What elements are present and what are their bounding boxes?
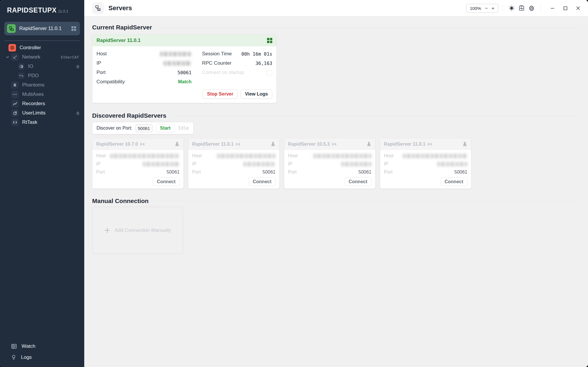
connect-on-startup-checkbox[interactable]: [267, 70, 272, 75]
sidebar-item-rttask[interactable]: RtTask: [0, 118, 84, 127]
os-penguin-icon: [462, 142, 467, 147]
sidebar-item-rapidserver[interactable]: RapidServer 11.0.1: [4, 22, 80, 35]
start-discovery-button[interactable]: Start: [156, 124, 175, 133]
port-label: Port: [96, 170, 105, 175]
lightbulb-icon: [11, 354, 16, 360]
port-row: Port 50061: [288, 168, 371, 176]
discovered-server-card: RapidServer 10.7.0 Host: [92, 138, 184, 189]
section-rule: [171, 116, 580, 116]
host-label: Host: [384, 153, 394, 158]
sidebar-item-label: UserLimits: [22, 110, 45, 116]
chart-line-icon: [11, 100, 19, 107]
ip-value-redacted: [243, 162, 275, 166]
rpc-counter-value: 36,163: [255, 61, 272, 66]
toolbar-divider: [502, 5, 503, 11]
section-title: Current RapidServer: [92, 24, 152, 31]
broadcast-icon: [140, 142, 145, 146]
host-row: Host: [96, 152, 180, 160]
zoom-in-button[interactable]: +: [492, 6, 494, 11]
sidebar-item-label: Network: [22, 54, 40, 60]
current-server-card-header: RapidServer 11.0.1: [92, 35, 276, 46]
ip-label: IP: [384, 161, 388, 167]
discover-port-input[interactable]: [136, 124, 152, 132]
section-rule: [154, 201, 580, 201]
add-connection-button[interactable]: Add Connection Manually: [92, 207, 183, 254]
close-button[interactable]: [573, 3, 583, 13]
app-logo: RAPIDSETUPX 11.0.1: [0, 0, 84, 17]
stop-server-button[interactable]: Stop Server: [203, 89, 238, 99]
connect-on-startup-label: Connect on startup: [202, 70, 244, 75]
sidebar-item-watch[interactable]: Watch: [0, 341, 84, 352]
network-protocol-badge: EtherCAT: [61, 55, 79, 59]
sidebar-item-userlimits[interactable]: UserLimits 0: [0, 108, 84, 118]
rpc-counter-row: RPC Counter 36,163: [202, 59, 272, 68]
sidebar-item-label: RtTask: [22, 119, 37, 125]
ip-label: IP: [192, 161, 196, 167]
host-row: Host: [96, 49, 192, 59]
port-value: 50061: [178, 70, 192, 75]
minimize-button[interactable]: [547, 3, 558, 13]
server-connected-icon: [7, 24, 16, 33]
watch-list-icon: [11, 344, 17, 349]
sidebar: RAPIDSETUPX 11.0.1 RapidServer 11.0.1: [0, 0, 84, 367]
host-row: Host: [192, 152, 275, 160]
io-icon: [18, 63, 24, 70]
connect-button[interactable]: Connect: [249, 177, 275, 186]
port-value: 50061: [454, 170, 468, 175]
port-label: Port: [192, 170, 201, 175]
port-row: Port 50061: [96, 168, 180, 176]
sidebar-item-label: Recorders: [22, 101, 45, 107]
sidebar-item-logs[interactable]: Logs: [0, 352, 84, 363]
port-value: 50061: [167, 170, 180, 175]
view-logs-button[interactable]: View Logs: [241, 89, 272, 99]
manual-section-header: Manual Connection: [92, 197, 580, 204]
zoom-level: 100%: [470, 6, 481, 11]
connect-button[interactable]: Connect: [440, 177, 467, 186]
theme-toggle-button[interactable]: [507, 3, 517, 13]
broadcast-icon: [332, 142, 336, 146]
compatibility-label: Compatibility: [96, 79, 125, 85]
port-row: Port 50061: [384, 168, 467, 176]
current-server-card: RapidServer 11.0.1 Host IP: [92, 34, 277, 103]
host-value-redacted: [403, 154, 467, 158]
discovered-card-header: RapidServer 10.7.0: [92, 138, 183, 150]
sidebar-item-pdo[interactable]: PDO: [0, 71, 84, 80]
sidebar-nav: Controller Network EtherCAT: [0, 43, 84, 127]
broadcast-icon: [427, 142, 432, 146]
sidebar-item-phantoms[interactable]: Phantoms: [0, 80, 84, 90]
settings-button[interactable]: [526, 3, 536, 13]
activity-monitor-button[interactable]: [517, 3, 526, 13]
zoom-out-button[interactable]: −: [485, 6, 488, 11]
sidebar-item-recorders[interactable]: Recorders: [0, 99, 84, 108]
discovered-server-title: RapidServer 11.0.1: [384, 142, 425, 147]
sidebar-item-network[interactable]: Network EtherCAT: [0, 52, 84, 62]
compatibility-value: Match: [178, 79, 192, 84]
discovered-card-body: Host IP Port 50061 Connect: [284, 150, 375, 189]
section-rule: [157, 27, 580, 28]
grid-icon[interactable]: [71, 26, 76, 31]
sidebar-divider: [5, 40, 80, 41]
port-label: Port: [384, 170, 392, 175]
chevron-down-icon[interactable]: [6, 55, 9, 59]
sidebar-item-controller[interactable]: Controller: [0, 43, 84, 52]
host-value-redacted: [110, 154, 180, 158]
section-title: Discovered RapidServers: [92, 112, 166, 119]
toolbar-divider: [540, 5, 541, 11]
app-name: RAPIDSETUPX: [7, 6, 57, 14]
host-value-redacted: [313, 154, 371, 158]
connect-button[interactable]: Connect: [345, 177, 371, 186]
port-value: 50061: [263, 170, 276, 175]
sidebar-item-multiaxes[interactable]: MultiAxes: [0, 90, 84, 99]
discovered-card-header: RapidServer 11.0.1: [380, 138, 471, 150]
gear-icon: [528, 5, 535, 12]
discovered-card-body: Host IP Port 50061 Connect: [188, 150, 279, 189]
ip-value-redacted: [164, 61, 192, 66]
connect-button[interactable]: Connect: [153, 177, 180, 186]
ip-row: IP: [192, 160, 275, 168]
sidebar-item-io[interactable]: IO 0: [0, 62, 84, 71]
windows-grid-icon[interactable]: [267, 38, 272, 43]
current-server-section-header: Current RapidServer: [92, 24, 580, 31]
topbar: Servers 100% − +: [84, 0, 588, 17]
maximize-button[interactable]: [560, 3, 571, 13]
ip-label: IP: [96, 161, 101, 167]
